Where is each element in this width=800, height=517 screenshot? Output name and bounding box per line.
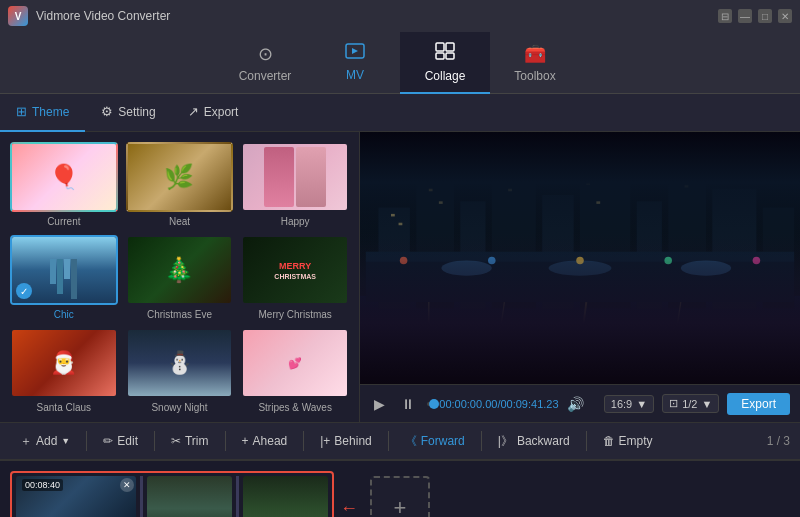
svg-rect-13 bbox=[637, 201, 662, 308]
svg-rect-7 bbox=[378, 208, 410, 309]
svg-rect-17 bbox=[366, 258, 794, 302]
export-button[interactable]: Export bbox=[727, 393, 790, 415]
ahead-label: Ahead bbox=[253, 434, 288, 448]
clip-1-close[interactable]: ✕ bbox=[120, 478, 134, 492]
copy-icon: ⊡ bbox=[669, 397, 678, 410]
svg-rect-9 bbox=[460, 201, 485, 308]
pause-button[interactable]: ⏸ bbox=[397, 394, 419, 414]
svg-point-40 bbox=[753, 257, 761, 265]
forward-label: Forward bbox=[421, 434, 465, 448]
svg-point-36 bbox=[400, 257, 408, 265]
edit-button[interactable]: ✏ Edit bbox=[93, 430, 148, 452]
ratio-select[interactable]: 16:9 ▼ bbox=[604, 395, 654, 413]
separator-5 bbox=[388, 431, 389, 451]
behind-icon: |+ bbox=[320, 434, 330, 448]
theme-chic[interactable]: ✓ Chic bbox=[10, 235, 118, 320]
theme-christmas-eve[interactable]: 🎄 Christmas Eve bbox=[126, 235, 234, 320]
theme-current[interactable]: 🎈 ✓ Current bbox=[10, 142, 118, 227]
tab-collage[interactable]: Collage bbox=[400, 32, 490, 94]
setting-icon: ⚙ bbox=[101, 104, 113, 119]
svg-rect-28 bbox=[685, 185, 689, 188]
window-controls: ⊟ — □ ✕ bbox=[718, 9, 792, 23]
preview-area bbox=[360, 132, 800, 384]
trim-icon: ✂ bbox=[171, 434, 181, 448]
tab-toolbox[interactable]: 🧰 Toolbox bbox=[490, 32, 580, 94]
svg-rect-8 bbox=[416, 182, 454, 308]
add-clip-button[interactable]: + bbox=[370, 476, 430, 518]
separator-7 bbox=[586, 431, 587, 451]
add-label: Add bbox=[36, 434, 57, 448]
ahead-icon: + bbox=[242, 434, 249, 448]
behind-button[interactable]: |+ Behind bbox=[310, 430, 382, 452]
theme-snowy-night-thumb: ⛄ bbox=[126, 328, 234, 398]
empty-button[interactable]: 🗑 Empty bbox=[593, 430, 663, 452]
maximize-button[interactable]: □ bbox=[758, 9, 772, 23]
svg-rect-23 bbox=[498, 176, 502, 179]
svg-line-33 bbox=[498, 302, 504, 346]
sub-tabs: ⊞ Theme ⚙ Setting ↗ Export bbox=[0, 94, 800, 132]
copy-select[interactable]: ⊡ 1/2 ▼ bbox=[662, 394, 719, 413]
theme-santa-claus[interactable]: 🎅 Santa Claus bbox=[10, 328, 118, 413]
theme-chic-label: Chic bbox=[54, 309, 74, 320]
mv-icon bbox=[345, 43, 365, 64]
theme-current-thumb: 🎈 ✓ bbox=[10, 142, 118, 212]
svg-rect-22 bbox=[439, 201, 443, 204]
subtab-setting[interactable]: ⚙ Setting bbox=[85, 94, 171, 132]
subtab-export[interactable]: ↗ Export bbox=[172, 94, 255, 132]
separator-2 bbox=[154, 431, 155, 451]
converter-icon: ⊙ bbox=[258, 43, 273, 65]
clip-divider-2 bbox=[236, 476, 239, 518]
svg-rect-4 bbox=[446, 53, 454, 59]
svg-line-35 bbox=[675, 302, 681, 344]
theme-merry-christmas[interactable]: MERRY CHRISTMAS Merry Christmas bbox=[241, 235, 349, 320]
add-button[interactable]: ＋ Add ▼ bbox=[10, 429, 80, 454]
add-icon: ＋ bbox=[20, 433, 32, 450]
svg-rect-5 bbox=[360, 132, 800, 384]
close-button[interactable]: ✕ bbox=[778, 9, 792, 23]
theme-stripes-waves[interactable]: 💕 Stripes & Waves bbox=[241, 328, 349, 413]
edit-label: Edit bbox=[117, 434, 138, 448]
play-button[interactable]: ▶ bbox=[370, 394, 389, 414]
settings-icon[interactable]: ⊟ bbox=[718, 9, 732, 23]
svg-rect-11 bbox=[542, 195, 574, 308]
add-chevron: ▼ bbox=[61, 436, 70, 446]
svg-rect-19 bbox=[391, 214, 395, 217]
trim-button[interactable]: ✂ Trim bbox=[161, 430, 219, 452]
theme-merry-christmas-label: Merry Christmas bbox=[258, 309, 331, 320]
tab-mv[interactable]: MV bbox=[310, 32, 400, 94]
clip-2[interactable] bbox=[147, 476, 232, 518]
add-clip-icon: + bbox=[394, 495, 407, 517]
svg-rect-21 bbox=[429, 189, 433, 192]
svg-rect-20 bbox=[399, 223, 403, 226]
separator-1 bbox=[86, 431, 87, 451]
clip-1[interactable]: 00:08:40 ✕ ▶ 🔊 ✂ ⚙ bbox=[16, 476, 136, 518]
timeline-track: 00:08:40 ✕ ▶ 🔊 ✂ ⚙ bbox=[10, 471, 334, 518]
svg-point-29 bbox=[441, 261, 491, 276]
progress-bar[interactable] bbox=[427, 402, 431, 406]
theme-chic-thumb: ✓ bbox=[10, 235, 118, 305]
forward-button[interactable]: 《 Forward bbox=[395, 429, 475, 454]
copy-chevron: ▼ bbox=[701, 398, 712, 410]
svg-rect-15 bbox=[712, 189, 756, 309]
volume-icon[interactable]: 🔊 bbox=[567, 396, 584, 412]
theme-neat[interactable]: 🌿 Neat bbox=[126, 142, 234, 227]
theme-snowy-night[interactable]: ⛄ Snowy Night bbox=[126, 328, 234, 413]
right-panel: ▶ ⏸ 00:00:00.00/00:09:41.23 🔊 16:9 ▼ ⊡ 1… bbox=[360, 132, 800, 422]
empty-icon: 🗑 bbox=[603, 434, 615, 448]
tab-converter[interactable]: ⊙ Converter bbox=[220, 32, 310, 94]
minimize-button[interactable]: — bbox=[738, 9, 752, 23]
theme-happy[interactable]: Happy bbox=[241, 142, 349, 227]
add-arrow-icon: ← bbox=[340, 498, 358, 518]
trim-label: Trim bbox=[185, 434, 209, 448]
theme-stripes-waves-label: Stripes & Waves bbox=[258, 402, 332, 413]
collage-icon bbox=[435, 42, 455, 65]
preview-svg bbox=[360, 132, 800, 384]
backward-button[interactable]: |》 Backward bbox=[488, 429, 580, 454]
copy-value: 1/2 bbox=[682, 398, 697, 410]
ahead-button[interactable]: + Ahead bbox=[232, 430, 298, 452]
theme-christmas-eve-label: Christmas Eve bbox=[147, 309, 212, 320]
subtab-theme[interactable]: ⊞ Theme bbox=[0, 94, 85, 132]
backward-label: Backward bbox=[517, 434, 570, 448]
clip-3[interactable] bbox=[243, 476, 328, 518]
theme-current-label: Current bbox=[47, 216, 80, 227]
